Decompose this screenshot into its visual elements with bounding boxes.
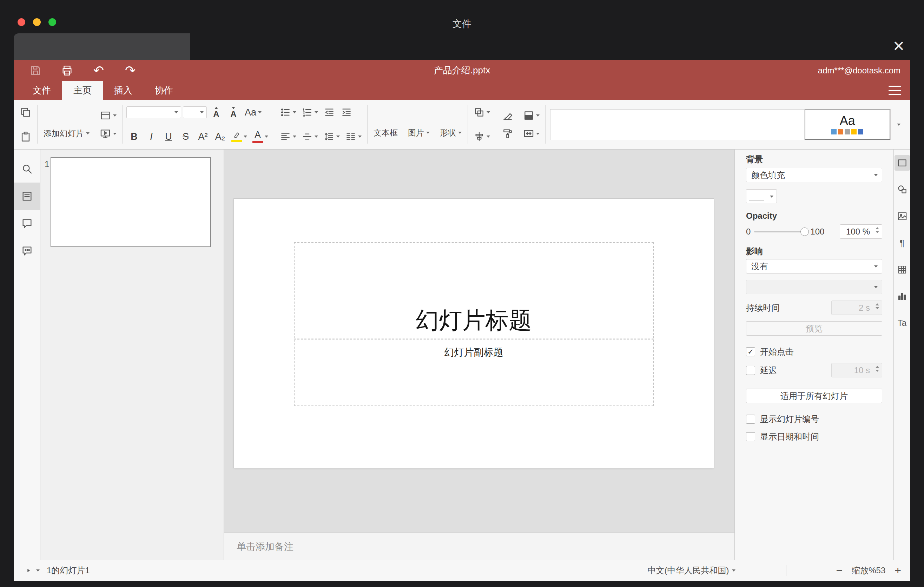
theme-gallery-expand-button[interactable] <box>891 109 907 140</box>
theme-item[interactable] <box>635 110 720 140</box>
start-preview-button[interactable] <box>23 565 40 576</box>
insert-image-button[interactable]: 图片 <box>404 111 434 139</box>
notes-area[interactable]: 单击添加备注 <box>224 533 734 560</box>
opacity-slider-knob[interactable] <box>800 228 809 236</box>
chart-settings-tab[interactable] <box>894 289 910 304</box>
paste-button[interactable] <box>18 127 33 146</box>
font-color-button[interactable]: A <box>251 127 270 146</box>
copy-button[interactable] <box>18 103 33 122</box>
horizontal-align-button[interactable] <box>278 127 298 146</box>
numbered-list-button[interactable] <box>300 103 320 122</box>
strikethrough-button[interactable]: S <box>178 127 193 146</box>
theme-item-selected[interactable]: Aa <box>805 110 890 140</box>
font-color-icon: A <box>252 130 263 143</box>
font-name-combo[interactable] <box>126 106 181 118</box>
theme-item[interactable] <box>720 110 805 140</box>
menu-icon[interactable] <box>889 86 901 95</box>
bold-button[interactable]: B <box>126 127 142 146</box>
undo-button[interactable]: ↶ <box>91 63 106 78</box>
slides-panel-button[interactable] <box>14 183 40 210</box>
slide-settings-tab[interactable] <box>894 155 910 171</box>
spellcheck-button[interactable] <box>765 564 777 577</box>
effect-option-select[interactable] <box>746 280 882 294</box>
fill-color-picker[interactable] <box>746 189 777 203</box>
image-settings-tab[interactable] <box>894 209 910 224</box>
shape-settings-tab[interactable] <box>894 182 910 197</box>
font-size-combo[interactable] <box>183 106 207 118</box>
italic-button[interactable]: I <box>144 127 159 146</box>
set-language-button[interactable] <box>744 565 756 576</box>
print-icon <box>61 64 73 76</box>
redo-button[interactable]: ↷ <box>122 63 138 78</box>
comments-button[interactable] <box>14 210 40 237</box>
change-case-button[interactable]: Aa <box>243 103 263 122</box>
presentation-editor: ↶ ↷ 产品介绍.pptx adm***@dootask.com 文件 主页 插… <box>14 60 910 581</box>
preview-button[interactable]: 预览 <box>746 321 882 336</box>
increase-font-button[interactable]: A <box>208 103 224 122</box>
text-art-settings-tab[interactable]: Ta <box>894 315 910 331</box>
fit-slide-button[interactable] <box>795 565 807 576</box>
vertical-align-button[interactable] <box>300 127 320 146</box>
show-slide-number-checkbox[interactable] <box>746 415 755 424</box>
line-spacing-button[interactable] <box>322 127 342 146</box>
highlight-color-button[interactable] <box>229 127 249 146</box>
spinner-arrows-icon[interactable] <box>876 227 879 233</box>
clear-style-button[interactable] <box>500 106 515 125</box>
language-selector[interactable]: 中文(中华人民共和国) <box>648 565 736 576</box>
slide-thumbnail-1[interactable] <box>51 157 211 247</box>
align-objects-button[interactable] <box>472 127 492 146</box>
subscript-button[interactable]: A₂ <box>213 127 228 146</box>
fit-width-button[interactable] <box>816 565 827 576</box>
subtitle-placeholder[interactable]: 幻灯片副标题 <box>294 340 654 406</box>
save-button[interactable] <box>28 63 43 78</box>
close-icon[interactable]: ✕ <box>889 36 909 56</box>
tab-insert[interactable]: 插入 <box>103 81 144 100</box>
text-box-button[interactable]: 文本框 <box>369 111 402 139</box>
print-button[interactable] <box>59 63 75 78</box>
screen: 文件 ✕ ↶ ↷ 产品介绍.pptx adm***@dootask <box>0 0 924 587</box>
superscript-button[interactable]: A² <box>195 127 211 146</box>
underline-button[interactable]: U <box>161 127 176 146</box>
theme-item[interactable] <box>551 110 635 140</box>
tab-collaboration[interactable]: 协作 <box>144 81 184 100</box>
shape-fill-button[interactable] <box>521 106 541 125</box>
tab-home[interactable]: 主页 <box>62 81 103 100</box>
left-icon-bar <box>14 150 40 560</box>
paragraph-settings-tab[interactable]: ¶ <box>894 235 910 251</box>
slide-size-button[interactable] <box>521 125 541 143</box>
spinner-arrows-icon[interactable] <box>876 366 879 372</box>
opacity-slider[interactable] <box>754 231 807 232</box>
feedback-button[interactable] <box>14 237 40 265</box>
zoom-value[interactable]: 缩放%53 <box>852 565 885 576</box>
bullet-list-button[interactable] <box>278 103 298 122</box>
decrease-font-button[interactable]: A <box>226 103 241 122</box>
increase-indent-button[interactable] <box>339 103 354 122</box>
insert-shape-button[interactable]: 形状 <box>436 111 466 139</box>
opacity-input[interactable]: 100 % <box>840 224 882 239</box>
tab-file[interactable]: 文件 <box>21 81 62 100</box>
duration-input[interactable]: 2 s <box>831 300 882 315</box>
delay-checkbox[interactable] <box>746 366 755 375</box>
spinner-arrows-icon[interactable] <box>876 303 879 309</box>
font-group: A A Aa B I U S A² A₂ <box>124 102 272 147</box>
background-fill-select[interactable]: 颜色填充 <box>746 168 882 182</box>
table-settings-tab[interactable] <box>894 262 910 277</box>
start-on-click-checkbox[interactable]: ✓ <box>746 347 755 356</box>
add-slide-button[interactable]: 添加幻灯片 <box>39 110 94 139</box>
search-button[interactable] <box>14 155 40 183</box>
copy-style-button[interactable] <box>500 125 515 143</box>
zoom-out-button[interactable]: − <box>836 565 843 576</box>
zoom-in-button[interactable]: + <box>894 565 901 576</box>
arrange-objects-button[interactable] <box>472 103 492 122</box>
slide-layout-button[interactable] <box>97 106 118 125</box>
apply-to-all-button[interactable]: 适用于所有幻灯片 <box>746 389 882 403</box>
start-slideshow-button[interactable] <box>97 125 118 143</box>
decrease-indent-button[interactable] <box>322 103 337 122</box>
title-placeholder[interactable]: 幻灯片标题 <box>294 242 654 338</box>
chevron-down-icon <box>458 132 462 134</box>
columns-button[interactable] <box>343 127 363 146</box>
delay-input[interactable]: 10 s <box>831 363 882 378</box>
slide-surface[interactable]: 幻灯片标题 幻灯片副标题 <box>234 199 714 468</box>
show-date-time-checkbox[interactable] <box>746 432 755 441</box>
effect-select[interactable]: 没有 <box>746 259 882 274</box>
